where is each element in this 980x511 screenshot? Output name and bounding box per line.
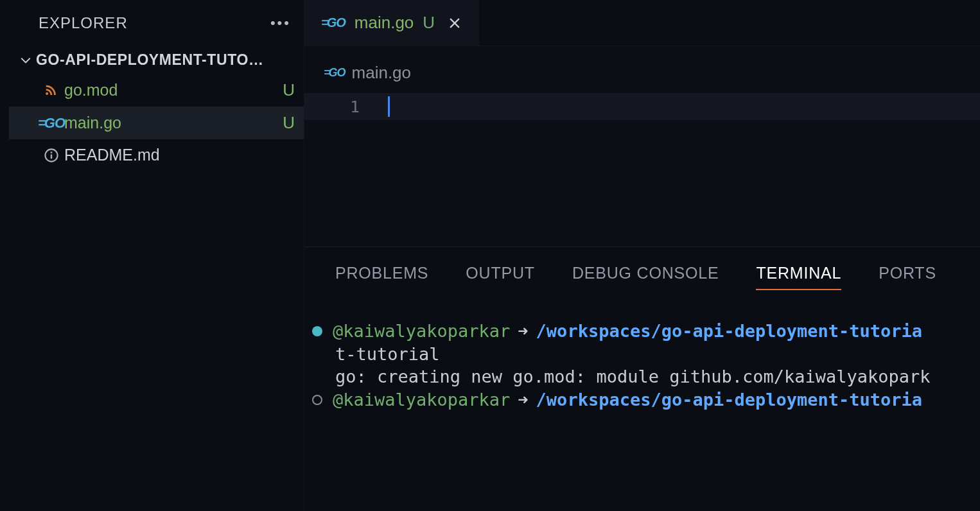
breadcrumb-file: main.go bbox=[352, 63, 412, 83]
tab-ports[interactable]: PORTS bbox=[879, 264, 936, 290]
editor-tab-main-go[interactable]: =GO main.go U bbox=[304, 0, 479, 46]
terminal-path: /workspaces/go-api-deployment-tutoria bbox=[536, 320, 922, 343]
git-status-untracked: U bbox=[283, 80, 295, 100]
main-area: =GO main.go U =GO main.go 1 PROBLEMS OUT… bbox=[304, 0, 980, 511]
explorer-header: EXPLORER ••• bbox=[9, 0, 304, 46]
tab-terminal[interactable]: TERMINAL bbox=[756, 264, 841, 290]
terminal-path: /workspaces/go-api-deployment-tutoria bbox=[536, 388, 922, 411]
prompt-bullet-icon bbox=[312, 326, 322, 336]
breadcrumb[interactable]: =GO main.go bbox=[304, 46, 980, 92]
tab-debug-console[interactable]: DEBUG CONSOLE bbox=[572, 264, 719, 290]
editor-tabs-bar: =GO main.go U bbox=[304, 0, 980, 46]
svg-rect-1 bbox=[51, 154, 52, 159]
explorer-sidebar: EXPLORER ••• GO-API-DEPLOYMENT-TUTO… go.… bbox=[0, 0, 304, 511]
panel-tabs: PROBLEMS OUTPUT DEBUG CONSOLE TERMINAL P… bbox=[304, 247, 980, 304]
arrow-icon: ➜ bbox=[516, 388, 529, 411]
terminal-text: t-tutorial bbox=[335, 343, 440, 366]
tab-git-status: U bbox=[423, 13, 435, 33]
file-row-main-go[interactable]: =GO main.go U bbox=[9, 107, 304, 139]
terminal-line: @kaiwalyakoparkar ➜ /workspaces/go-api-d… bbox=[312, 388, 980, 411]
file-name: main.go bbox=[64, 114, 283, 132]
file-name: README.md bbox=[64, 146, 295, 164]
tab-problems[interactable]: PROBLEMS bbox=[335, 264, 428, 290]
file-name: go.mod bbox=[64, 81, 283, 100]
tab-filename: main.go bbox=[354, 13, 414, 33]
folder-root[interactable]: GO-API-DEPLOYMENT-TUTO… bbox=[9, 46, 304, 74]
terminal-line: @kaiwalyakoparkar ➜ /workspaces/go-api-d… bbox=[312, 320, 980, 343]
terminal[interactable]: @kaiwalyakoparkar ➜ /workspaces/go-api-d… bbox=[304, 304, 980, 411]
prompt-bullet-icon bbox=[312, 395, 322, 405]
svg-rect-2 bbox=[51, 152, 52, 153]
file-row-go-mod[interactable]: go.mod U bbox=[9, 74, 304, 107]
file-row-readme[interactable]: README.md bbox=[9, 139, 304, 171]
chevron-down-icon bbox=[15, 55, 36, 66]
go-icon: =GO bbox=[321, 15, 346, 30]
go-icon: =GO bbox=[39, 115, 64, 132]
go-icon: =GO bbox=[324, 66, 346, 80]
more-icon[interactable]: ••• bbox=[270, 15, 291, 31]
rss-icon bbox=[39, 83, 64, 98]
editor-line: 1 bbox=[304, 93, 980, 120]
terminal-text: go: creating new go.mod: module github.c… bbox=[335, 365, 931, 388]
tab-output[interactable]: OUTPUT bbox=[466, 264, 535, 290]
line-number: 1 bbox=[304, 98, 388, 116]
folder-name: GO-API-DEPLOYMENT-TUTO… bbox=[36, 51, 297, 69]
editor-cursor bbox=[388, 96, 390, 117]
info-icon bbox=[39, 148, 64, 163]
terminal-line: t-tutorial bbox=[312, 343, 980, 366]
terminal-user: @kaiwalyakoparkar bbox=[333, 320, 510, 343]
explorer-title: EXPLORER bbox=[39, 14, 128, 32]
terminal-user: @kaiwalyakoparkar bbox=[333, 388, 510, 411]
close-icon[interactable] bbox=[444, 15, 466, 31]
terminal-line: go: creating new go.mod: module github.c… bbox=[312, 365, 980, 388]
git-status-untracked: U bbox=[283, 113, 295, 133]
arrow-icon: ➜ bbox=[516, 320, 529, 343]
bottom-panel: PROBLEMS OUTPUT DEBUG CONSOLE TERMINAL P… bbox=[304, 247, 980, 511]
code-editor[interactable]: 1 bbox=[304, 92, 980, 247]
